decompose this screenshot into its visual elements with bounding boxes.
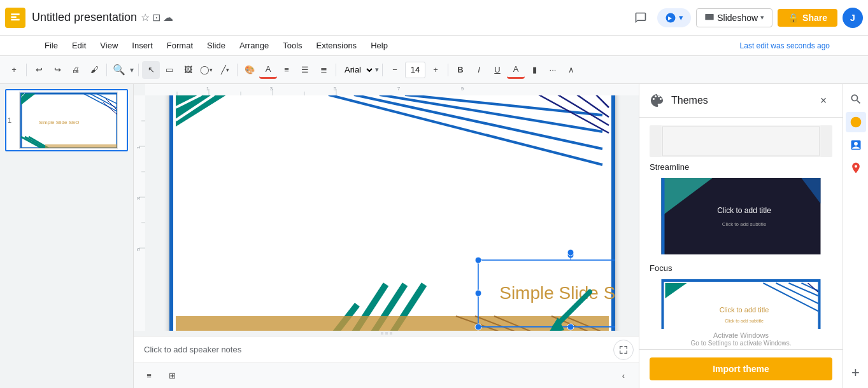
paint-format-button[interactable]: 🖌 xyxy=(85,61,103,79)
themes-icon-button[interactable] xyxy=(846,112,866,132)
bold-button[interactable]: B xyxy=(452,61,469,79)
svg-text:▶: ▶ xyxy=(668,15,672,21)
slide-canvas[interactable]: Simple Slide SEO xyxy=(145,95,639,331)
menu-view[interactable]: View xyxy=(94,38,124,53)
menu-arrange[interactable]: Arrange xyxy=(233,38,275,53)
ruler-left: 1 3 5 xyxy=(134,95,145,331)
menu-insert[interactable]: Insert xyxy=(125,38,159,53)
theme-focus-preview[interactable]: Click to add title Click to add subtitle xyxy=(650,177,832,258)
add-icon-button[interactable]: + xyxy=(846,363,866,383)
separator xyxy=(138,64,139,76)
font-selector[interactable]: Arial xyxy=(339,61,374,79)
svg-text:3: 3 xyxy=(136,197,141,200)
right-icon-panel: + xyxy=(843,84,868,388)
menu-format[interactable]: Format xyxy=(160,38,199,53)
align-center-button[interactable]: ☰ xyxy=(296,61,314,79)
border-color-button[interactable]: A xyxy=(259,61,277,79)
slide-surface[interactable]: Simple Slide SEO xyxy=(169,95,615,331)
svg-text:Click to add subtitle: Click to add subtitle xyxy=(725,319,764,323)
font-increase-button[interactable]: + xyxy=(427,61,445,79)
separator xyxy=(237,64,238,76)
align-left-button[interactable]: ≡ xyxy=(278,61,295,79)
meet-button[interactable]: ▶ ▾ xyxy=(657,8,691,27)
fit-to-screen-button[interactable] xyxy=(613,340,634,360)
undo-button[interactable]: ↩ xyxy=(30,61,48,79)
share-label: Share xyxy=(802,13,827,23)
menu-extensions[interactable]: Extensions xyxy=(310,38,364,53)
main-area: 1 xyxy=(0,84,868,388)
italic-button[interactable]: I xyxy=(470,61,488,79)
svg-rect-2 xyxy=(706,14,714,20)
font-size-input[interactable] xyxy=(405,62,425,78)
app-icon[interactable] xyxy=(5,8,25,28)
text-box-tool[interactable]: ▭ xyxy=(160,61,178,79)
cloud-icon[interactable]: ☁ xyxy=(163,11,173,24)
align-right-button[interactable]: ≣ xyxy=(315,61,332,79)
tasks-icon-button[interactable] xyxy=(846,135,866,155)
title-area: Untitled presentation ☆ ⊡ ☁ xyxy=(32,11,629,24)
folder-icon[interactable]: ⊡ xyxy=(152,11,160,24)
document-title[interactable]: Untitled presentation ☆ ⊡ ☁ xyxy=(32,11,629,24)
toolbar: + ↩ ↪ 🖨 🖌 🔍 ▾ ↖ ▭ 🖼 ◯▾ ╱▾ 🎨 A ≡ ☰ ≣ Aria… xyxy=(0,56,868,84)
svg-text:Click to add title: Click to add title xyxy=(717,206,771,215)
slide-wrapper: Simple Slide SEO xyxy=(169,95,615,331)
expand-panel-button[interactable]: ‹ xyxy=(613,366,634,386)
canvas-row: 1 3 5 xyxy=(134,95,639,331)
slideshow-button[interactable]: Slideshow ▾ xyxy=(696,8,772,27)
svg-text:5: 5 xyxy=(136,247,141,251)
menu-bar: File Edit View Insert Format Slide Arran… xyxy=(0,36,868,56)
svg-rect-79 xyxy=(662,178,665,254)
font-decrease-button[interactable]: − xyxy=(386,61,404,79)
separator xyxy=(106,64,107,76)
user-avatar[interactable]: J xyxy=(843,8,863,28)
highlight-button[interactable]: ▮ xyxy=(525,61,543,79)
separator xyxy=(26,64,27,76)
menu-edit[interactable]: Edit xyxy=(66,38,92,53)
underline-button[interactable]: U xyxy=(488,61,506,79)
themes-close-button[interactable]: × xyxy=(815,92,832,109)
separator xyxy=(448,64,448,76)
collapse-toolbar-button[interactable]: ∧ xyxy=(562,61,580,79)
print-button[interactable]: 🖨 xyxy=(67,61,85,79)
slide-thumbnail-1[interactable]: 1 xyxy=(5,89,128,151)
slide-panel: 1 xyxy=(0,84,134,388)
star-icon[interactable]: ☆ xyxy=(141,11,150,24)
more-options-button[interactable]: ··· xyxy=(544,61,562,79)
explore-icon-button[interactable] xyxy=(846,89,866,109)
separator xyxy=(336,64,336,76)
slideshow-dropdown-icon[interactable]: ▾ xyxy=(760,13,764,22)
notes-area[interactable]: Click to add speaker notes xyxy=(134,336,639,363)
lock-icon: 🔒 xyxy=(788,13,799,23)
share-button[interactable]: 🔒 Share xyxy=(778,9,837,27)
comment-button[interactable] xyxy=(629,6,652,29)
svg-text:7: 7 xyxy=(397,86,401,92)
redo-button[interactable]: ↪ xyxy=(48,61,66,79)
menu-file[interactable]: File xyxy=(38,38,64,53)
title-text[interactable]: Untitled presentation xyxy=(32,11,137,24)
text-color-button[interactable]: A xyxy=(507,61,525,79)
svg-rect-17 xyxy=(145,84,639,95)
menu-help[interactable]: Help xyxy=(364,38,394,53)
menu-tools[interactable]: Tools xyxy=(276,38,308,53)
svg-text:Click to add subtitle: Click to add subtitle xyxy=(722,221,767,227)
theme-streamline-preview-partial[interactable] xyxy=(650,125,832,157)
location-icon-button[interactable] xyxy=(846,158,866,178)
import-theme-button[interactable]: Import theme xyxy=(650,357,832,380)
filmstrip-view-button[interactable]: ≡ xyxy=(139,366,159,386)
select-tool[interactable]: ↖ xyxy=(142,61,160,79)
toolbar-insert-group: + ↩ ↪ 🖨 🖌 🔍 ▾ ↖ ▭ 🖼 ◯▾ ╱▾ 🎨 A ≡ ☰ ≣ Aria… xyxy=(5,61,580,79)
theme-shift-preview[interactable]: Click to add title Click to add subtitle xyxy=(650,278,832,329)
speaker-notes-placeholder[interactable]: Click to add speaker notes xyxy=(144,345,241,354)
svg-point-96 xyxy=(850,117,861,128)
canvas-area: 1 3 5 7 9 1 3 5 xyxy=(134,84,639,388)
grid-view-button[interactable]: ⊞ xyxy=(162,366,182,386)
menu-slide[interactable]: Slide xyxy=(201,38,232,53)
svg-point-71 xyxy=(567,249,574,256)
lines-tool[interactable]: ╱▾ xyxy=(216,61,234,79)
add-button[interactable]: + xyxy=(5,61,23,79)
bg-color-button[interactable]: 🎨 xyxy=(241,61,259,79)
streamline-label: Streamline xyxy=(639,160,843,174)
image-tool[interactable]: 🖼 xyxy=(179,61,197,79)
zoom-out-button[interactable]: 🔍 xyxy=(110,61,128,79)
shapes-tool[interactable]: ◯▾ xyxy=(197,61,215,79)
